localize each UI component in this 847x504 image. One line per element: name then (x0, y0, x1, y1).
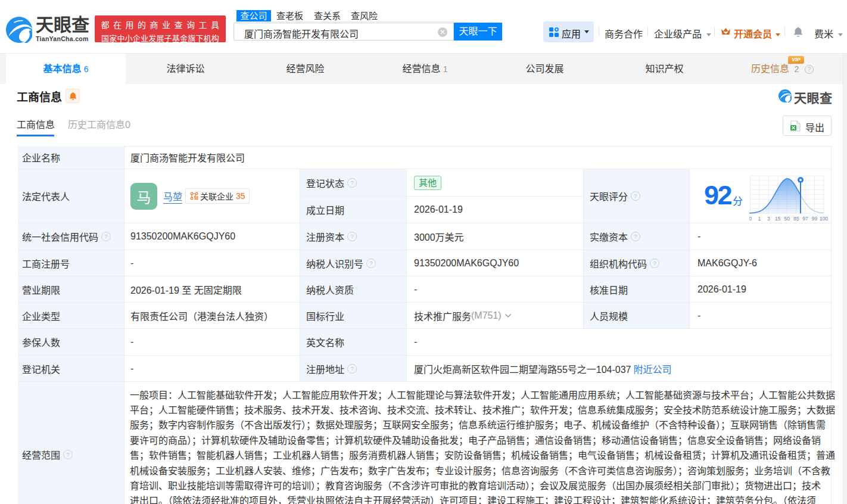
svg-text:15: 15 (775, 216, 781, 222)
svg-text:97: 97 (802, 216, 808, 222)
svg-text:50: 50 (784, 216, 790, 222)
svg-text:85: 85 (793, 216, 799, 222)
svg-text:3: 3 (767, 216, 770, 222)
svg-text:企: 企 (195, 196, 198, 200)
svg-text:1: 1 (758, 216, 761, 222)
svg-text:99: 99 (812, 216, 818, 222)
svg-text:0: 0 (749, 216, 752, 222)
svg-text:100: 100 (820, 216, 828, 222)
